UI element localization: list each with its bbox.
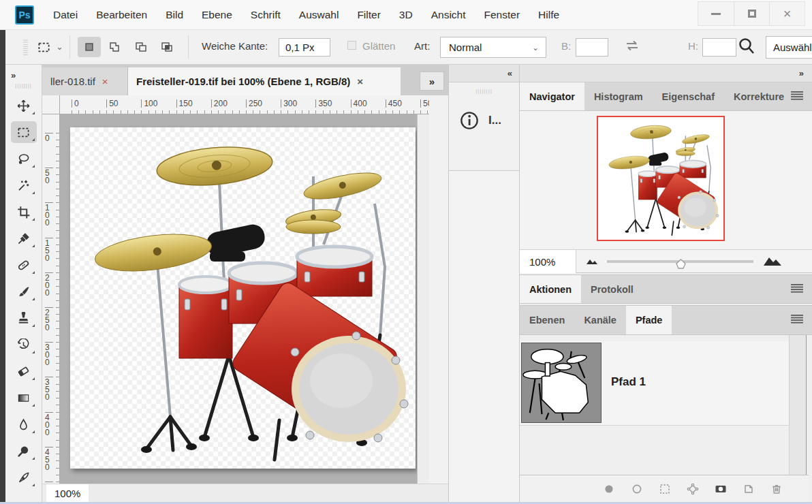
close-icon[interactable]: × bbox=[102, 76, 108, 87]
path-thumbnail bbox=[521, 343, 602, 423]
window-controls: × bbox=[698, 1, 805, 26]
panel-menu-icon[interactable] bbox=[790, 91, 804, 103]
tool-eraser-button[interactable] bbox=[11, 360, 37, 382]
search-icon[interactable] bbox=[738, 37, 755, 59]
v-ruler-label: 100 bbox=[45, 202, 53, 227]
panel-tab-navigator[interactable]: Navigator bbox=[520, 82, 584, 110]
fill-path-icon bbox=[603, 483, 615, 495]
panel-tab-kan-le[interactable]: Kanäle bbox=[574, 306, 626, 334]
menu-bearbeiten[interactable]: Bearbeiten bbox=[96, 9, 147, 21]
menu-auswahl[interactable]: Auswahl bbox=[299, 9, 339, 21]
tool-eyedropper-button[interactable] bbox=[11, 227, 37, 249]
h-ruler-label: 0 bbox=[72, 99, 79, 108]
panel-menu-icon[interactable] bbox=[790, 283, 804, 296]
style-select[interactable]: Normal⌄ bbox=[440, 37, 546, 58]
tool-blur-button[interactable] bbox=[11, 413, 37, 435]
menu-bild[interactable]: Bild bbox=[166, 9, 183, 21]
panel-tab-histogram[interactable]: Histogram bbox=[584, 82, 653, 110]
delete-path-icon bbox=[770, 483, 783, 495]
tool-dodge-button[interactable] bbox=[11, 440, 37, 462]
tool-crop-button[interactable] bbox=[11, 201, 37, 223]
path-row[interactable]: Pfad 1 bbox=[520, 341, 803, 426]
height-input[interactable] bbox=[702, 38, 736, 57]
maximize-button[interactable] bbox=[734, 2, 769, 25]
delete-path-button[interactable] bbox=[770, 483, 783, 498]
paths-scrollbar[interactable] bbox=[789, 335, 807, 475]
menu-datei[interactable]: Datei bbox=[53, 9, 78, 21]
tool-lasso-button[interactable] bbox=[11, 148, 37, 170]
fill-path-button[interactable] bbox=[603, 483, 615, 498]
panel-menu-icon[interactable] bbox=[790, 314, 804, 326]
canvas-image[interactable] bbox=[70, 127, 416, 469]
new-path-button[interactable] bbox=[743, 483, 755, 498]
panel-tab-ebenen[interactable]: Ebenen bbox=[520, 306, 574, 334]
antialias-checkbox[interactable] bbox=[347, 41, 356, 50]
tool-quick-selection-button[interactable] bbox=[11, 174, 37, 196]
stroke-path-button[interactable] bbox=[631, 483, 643, 498]
width-label: B: bbox=[561, 40, 571, 52]
path-from-selection-button[interactable] bbox=[687, 483, 699, 498]
select-and-mask-button[interactable]: Auswählen ur bbox=[766, 36, 812, 59]
slider-thumb[interactable] bbox=[676, 259, 686, 269]
dodge-icon bbox=[17, 445, 30, 458]
info-panel[interactable]: |||||||| I... bbox=[449, 82, 519, 171]
tool-brush-button[interactable] bbox=[11, 281, 37, 302]
tool-clone-stamp-button[interactable] bbox=[11, 307, 37, 329]
document-tab-018[interactable]: ller-018.tif × bbox=[42, 67, 128, 95]
add-selection-button[interactable] bbox=[104, 37, 127, 57]
tool-spot-healing-button[interactable] bbox=[11, 254, 37, 276]
options-bar: |||||||| ⌄ Weiche Kante: 0,1 Px Glätten … bbox=[0, 30, 812, 65]
new-selection-button[interactable] bbox=[78, 37, 101, 57]
panel-tab-eigenschaf[interactable]: Eigenschaf bbox=[653, 82, 724, 110]
vertical-scrollbar[interactable] bbox=[417, 114, 429, 484]
navigator-zoom-slider[interactable] bbox=[607, 260, 753, 263]
feather-input[interactable]: 0,1 Px bbox=[279, 38, 330, 57]
add-mask-icon bbox=[715, 483, 727, 495]
toolbar-expand-icon[interactable]: » bbox=[11, 70, 15, 80]
panel-tab-aktionen[interactable]: Aktionen bbox=[520, 275, 581, 303]
photoshop-window: Ps DateiBearbeitenBildEbeneSchriftAuswah… bbox=[0, 0, 812, 504]
stroke-path-icon bbox=[631, 483, 643, 495]
navigator-zoom-field[interactable]: 100% bbox=[520, 250, 576, 273]
menu-schrift[interactable]: Schrift bbox=[251, 9, 281, 21]
zoom-in-icon[interactable] bbox=[762, 253, 783, 267]
width-input[interactable] bbox=[576, 38, 608, 57]
tool-move-button[interactable] bbox=[11, 95, 37, 116]
tool-preset-chevron-icon[interactable]: ⌄ bbox=[56, 42, 63, 52]
panel-tab-pfade[interactable]: Pfade bbox=[626, 306, 672, 334]
tool-marquee-button[interactable] bbox=[11, 121, 37, 143]
tool-preset-icon[interactable] bbox=[34, 37, 53, 57]
tool-pen-button[interactable] bbox=[11, 467, 37, 488]
menu-ansicht[interactable]: Ansicht bbox=[431, 9, 466, 21]
tab-overflow-icon[interactable]: » bbox=[420, 72, 444, 91]
navigator-proxy-view[interactable] bbox=[597, 116, 725, 241]
add-mask-button[interactable] bbox=[715, 483, 727, 498]
actions-panel-tabs: AktionenProtokoll bbox=[520, 274, 812, 304]
menu-ebene[interactable]: Ebene bbox=[202, 9, 232, 21]
panel-tab-protokoll[interactable]: Protokoll bbox=[581, 275, 643, 303]
close-icon[interactable]: × bbox=[357, 76, 363, 87]
dock-collapse-icon[interactable]: « bbox=[449, 65, 519, 82]
dock-expand-icon[interactable]: » bbox=[520, 65, 812, 82]
brush-icon bbox=[17, 285, 30, 298]
menu-filter[interactable]: Filter bbox=[357, 9, 380, 21]
close-button[interactable]: × bbox=[769, 2, 805, 25]
swap-dimensions-icon[interactable] bbox=[624, 38, 640, 56]
lasso-icon bbox=[17, 153, 30, 166]
style-select-value: Normal bbox=[449, 42, 482, 53]
zoom-out-icon[interactable] bbox=[585, 256, 599, 266]
subtract-selection-button[interactable] bbox=[129, 37, 153, 57]
intersect-selection-button[interactable] bbox=[155, 37, 178, 57]
menu-hilfe[interactable]: Hilfe bbox=[538, 9, 559, 21]
v-ruler-label: 50 bbox=[45, 168, 53, 185]
load-selection-button[interactable] bbox=[659, 483, 671, 498]
tool-history-brush-button[interactable] bbox=[11, 334, 37, 356]
tool-gradient-button[interactable] bbox=[11, 387, 37, 409]
menu-fenster[interactable]: Fenster bbox=[484, 9, 520, 21]
minimize-button[interactable] bbox=[698, 2, 734, 25]
zoom-level-field[interactable]: 100% bbox=[46, 484, 89, 502]
panel-tab-korrekture[interactable]: Korrekture bbox=[724, 82, 794, 110]
document-tab-019[interactable]: Freisteller-019.tif bei 100% (Ebene 1, R… bbox=[128, 67, 401, 95]
menu-3d[interactable]: 3D bbox=[399, 9, 413, 21]
layers-panel-tabs: EbenenKanälePfade bbox=[520, 305, 812, 335]
